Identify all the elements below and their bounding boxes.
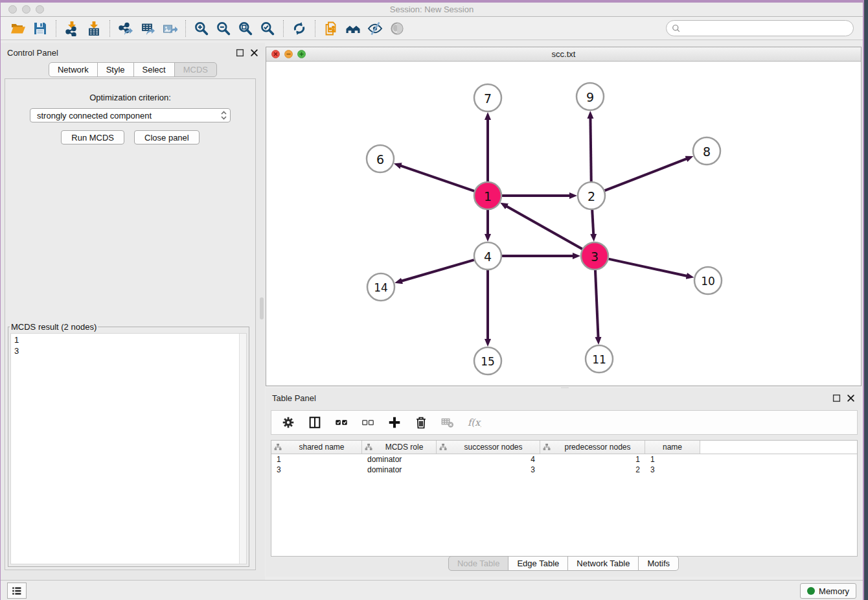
edge-3-11[interactable] — [595, 270, 599, 338]
cell-shared-name: 3 — [271, 465, 362, 474]
edge-2-9[interactable] — [590, 118, 591, 181]
task-history-button[interactable] — [7, 583, 27, 599]
graph-node-3[interactable]: 3 — [581, 242, 608, 270]
tab-network[interactable]: Network — [49, 62, 98, 77]
edge-2-8[interactable] — [605, 159, 687, 190]
main-toolbar — [1, 17, 863, 40]
graph-node-6[interactable]: 6 — [367, 145, 394, 172]
table-row[interactable]: 1dominator411 — [271, 454, 857, 465]
criterion-value: strongly connected component — [37, 111, 220, 121]
zoom-fit-icon[interactable] — [234, 19, 257, 38]
toolbar-separator — [315, 20, 315, 37]
tab-network-table[interactable]: Network Table — [567, 556, 639, 571]
network-window-titlebar[interactable]: scc.txt — [266, 47, 861, 62]
column-header-successor-nodes[interactable]: successor nodes — [437, 441, 540, 454]
cell-successor-nodes: 3 — [437, 465, 540, 474]
network-graph[interactable]: 7968124314101511 — [266, 62, 861, 386]
close-panel-icon[interactable] — [250, 49, 258, 57]
criterion-dropdown[interactable]: strongly connected component — [30, 108, 231, 122]
appearance-icon[interactable] — [386, 19, 408, 38]
list-icon — [11, 585, 23, 597]
checked-pair-icon[interactable] — [334, 415, 349, 430]
graph-node-15[interactable]: 15 — [474, 347, 501, 375]
refresh-icon[interactable] — [288, 19, 310, 38]
tab-motifs[interactable]: Motifs — [638, 556, 679, 571]
network-overview-icon[interactable] — [342, 19, 364, 38]
divider-scroll-thumb[interactable] — [260, 297, 264, 319]
node-label: 8 — [703, 144, 711, 159]
table-header-row: shared nameMCDS rolesuccessor nodesprede… — [271, 441, 857, 454]
mcds-panel: Optimization criterion: strongly connect… — [5, 78, 256, 570]
tree-icon — [365, 443, 372, 451]
mcds-result-text[interactable]: 1 3 — [11, 334, 238, 564]
optimization-criterion-label: Optimization criterion: — [5, 93, 255, 102]
toolbar-separator — [185, 20, 186, 37]
graph-node-7[interactable]: 7 — [474, 84, 501, 111]
fx-icon: f(x) — [466, 415, 482, 430]
node-label: 3 — [591, 249, 599, 264]
zoom-out-icon[interactable] — [212, 19, 234, 38]
svg-text:f(x): f(x) — [468, 417, 481, 428]
graph-node-9[interactable]: 9 — [577, 83, 604, 110]
tab-style[interactable]: Style — [97, 62, 134, 77]
graph-node-10[interactable]: 10 — [694, 267, 722, 294]
edge-1-6[interactable] — [400, 166, 474, 191]
save-icon[interactable] — [29, 19, 51, 38]
gear-icon[interactable] — [280, 415, 296, 430]
export-image-icon[interactable] — [159, 19, 181, 38]
plus-icon[interactable] — [387, 415, 402, 430]
table-panel: Table Panel f(x) shared nameMCDS rolesuc… — [266, 388, 862, 577]
float-panel-icon[interactable] — [236, 49, 244, 57]
graph-node-14[interactable]: 14 — [367, 273, 394, 301]
import-table-icon[interactable] — [83, 19, 105, 38]
cell-name: 1 — [645, 455, 700, 464]
export-network-icon[interactable] — [115, 19, 137, 38]
import-network-icon[interactable] — [61, 19, 83, 38]
open-folder-icon[interactable] — [7, 19, 29, 38]
edge-4-14[interactable] — [402, 260, 474, 281]
network-canvas[interactable]: 7968124314101511 — [266, 62, 861, 386]
search-box[interactable] — [666, 20, 854, 36]
zoom-selected-icon[interactable] — [257, 19, 279, 38]
column-header-predecessor-nodes[interactable]: predecessor nodes — [540, 441, 645, 454]
node-label: 7 — [484, 91, 492, 106]
hide-graphics-icon[interactable] — [364, 19, 386, 38]
graph-node-1[interactable]: 1 — [474, 182, 501, 209]
edge-3-10[interactable] — [608, 259, 687, 276]
cell-predecessor-nodes: 2 — [540, 465, 645, 474]
table-delete-icon — [440, 415, 455, 430]
graph-node-2[interactable]: 2 — [578, 182, 605, 209]
tab-mcds[interactable]: MCDS — [174, 62, 217, 77]
edge-2-3[interactable] — [592, 210, 593, 235]
application-window: Session: New Session Control Panel Netwo… — [0, 0, 864, 600]
node-label: 4 — [484, 249, 492, 264]
float-table-panel-icon[interactable] — [832, 394, 841, 402]
run-mcds-button[interactable]: Run MCDS — [61, 130, 124, 144]
column-header-name[interactable]: name — [645, 441, 700, 454]
memory-button[interactable]: Memory — [800, 583, 856, 599]
node-label: 15 — [481, 355, 495, 368]
tab-edge-table[interactable]: Edge Table — [508, 556, 568, 571]
result-scrollbar[interactable] — [239, 334, 246, 564]
copy-network-icon[interactable] — [320, 19, 342, 38]
tab-select[interactable]: Select — [133, 62, 175, 77]
search-input[interactable] — [684, 22, 853, 35]
graph-node-11[interactable]: 11 — [586, 345, 613, 373]
split-columns-icon[interactable] — [307, 415, 323, 430]
unchecked-pair-icon[interactable] — [360, 415, 376, 430]
tab-node-table[interactable]: Node Table — [448, 556, 509, 571]
export-table-icon[interactable] — [137, 19, 159, 38]
trash-icon[interactable] — [413, 415, 429, 430]
control-panel: Control Panel NetworkStyleSelectMCDS Opt… — [1, 43, 265, 580]
table-row[interactable]: 3dominator323 — [271, 465, 857, 475]
graph-node-4[interactable]: 4 — [474, 242, 501, 270]
edge-3-1[interactable] — [507, 206, 582, 249]
memory-status-icon — [807, 587, 815, 595]
close-table-panel-icon[interactable] — [847, 394, 855, 402]
close-panel-button[interactable]: Close panel — [134, 130, 200, 144]
column-header-shared-name[interactable]: shared name — [271, 441, 362, 454]
node-table[interactable]: shared nameMCDS rolesuccessor nodesprede… — [271, 440, 858, 557]
graph-node-8[interactable]: 8 — [693, 137, 720, 165]
zoom-in-icon[interactable] — [190, 19, 212, 38]
column-header-MCDS-role[interactable]: MCDS role — [362, 441, 437, 454]
